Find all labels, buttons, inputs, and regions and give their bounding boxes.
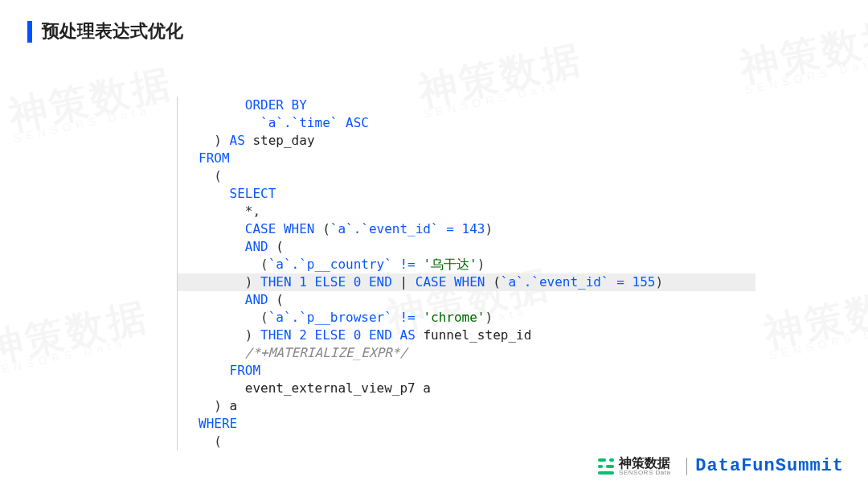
watermark: 神策数据SENSORS Data: [760, 281, 868, 361]
code-line: event_external_view_p7 a: [177, 380, 755, 397]
code-line: ) THEN 2 ELSE 0 END AS funnel_step_id: [177, 327, 755, 344]
code-line: (: [177, 433, 755, 450]
code-line: (`a`.`p__country` != '乌干达'): [177, 256, 755, 273]
code-line: /*+MATERIALIZE_EXPR*/: [177, 344, 755, 362]
code-line: SELECT: [177, 185, 755, 203]
sensors-logo-en: SENSORS Data: [619, 470, 670, 476]
slide-title: 预处理表达式优化: [27, 20, 183, 43]
code-line: FROM: [177, 362, 755, 380]
title-accent-bar: [27, 21, 32, 43]
title-text: 预处理表达式优化: [42, 19, 183, 43]
datafun-logo: DataFunSummit: [695, 456, 844, 476]
code-line: ORDER BY: [177, 97, 755, 114]
sql-code-block: ORDER BY `a`.`time` ASC ) AS step_dayFRO…: [177, 97, 755, 450]
code-line: FROM: [177, 150, 755, 167]
code-line: AND (: [177, 291, 755, 309]
footer: 神策数据 SENSORS Data DataFunSummit: [598, 456, 844, 476]
code-line: AND (: [177, 238, 755, 256]
sensors-logo-icon: [598, 458, 614, 475]
code-line: WHERE: [177, 415, 755, 433]
code-line: (: [177, 167, 755, 185]
code-line: CASE WHEN (`a`.`event_id` = 143): [177, 220, 755, 238]
code-line: ) AS step_day: [177, 132, 755, 150]
watermark: 神策数据SENSORS Data: [5, 64, 178, 144]
watermark: 神策数据SENSORS Data: [0, 297, 154, 377]
sensors-logo: 神策数据 SENSORS Data: [598, 457, 670, 476]
code-line: (`a`.`p__browser` != 'chrome'): [177, 309, 755, 327]
code-line: ) THEN 1 ELSE 0 END | CASE WHEN (`a`.`ev…: [177, 273, 755, 291]
watermark: 神策数据SENSORS Data: [736, 15, 868, 96]
code-line: *,: [177, 203, 755, 220]
sensors-logo-cn: 神策数据: [619, 457, 670, 470]
code-line: ) a: [177, 397, 755, 415]
footer-divider: [686, 458, 687, 475]
code-line: `a`.`time` ASC: [177, 114, 755, 132]
